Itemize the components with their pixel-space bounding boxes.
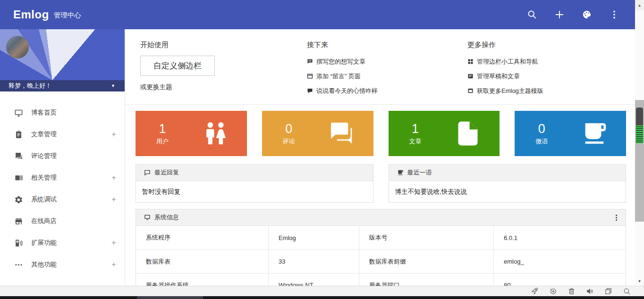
more-actions-column: 更多操作 管理边栏小工具和导航 管理草稿和文章 (467, 41, 635, 104)
emlog-admin-app: Emlog 管理中心 (0, 0, 644, 299)
sidebar-item-label: 系统调试 (31, 195, 111, 204)
rocket-icon[interactable] (531, 287, 539, 295)
post-mood-link[interactable]: 说说看今天的心情咋样 (307, 83, 467, 98)
windows-icon[interactable] (604, 287, 612, 295)
search-icon[interactable] (623, 287, 631, 295)
table-cell: 服务器操作系统 (136, 274, 268, 286)
panel-title: 系统信息 (154, 213, 614, 222)
link-label: 说说看今天的心情咋样 (316, 87, 378, 95)
chat-icon (307, 88, 313, 94)
sidebar-item-extensions[interactable]: 扩展功能 + (0, 232, 125, 254)
palette-icon[interactable] (581, 9, 593, 20)
table-cell: 服务器端口 (359, 274, 493, 286)
write-article-link[interactable]: 撰写您的想写文章 (307, 54, 467, 69)
change-theme-link[interactable]: 或更换主题 (140, 83, 307, 91)
greeting-bar[interactable]: 释梦，晚上好！ ▼ (0, 80, 125, 91)
table-cell: Emlog (268, 226, 359, 249)
table-row: 数据库表 33 数据库表前缀 emlog_ (136, 249, 626, 273)
sidebar-item-related[interactable]: 相关管理 + (0, 167, 125, 189)
manage-widgets-link[interactable]: 管理边栏小工具和导航 (467, 54, 635, 69)
table-cell: 数据库表 (136, 250, 268, 273)
recent-replies-header: 最近回复 (136, 165, 373, 181)
scrollbar-down-arrow-icon[interactable]: ▼ (635, 276, 644, 286)
stat-label: 微语 (535, 137, 548, 146)
desktop-icon (14, 108, 23, 117)
add-guestbook-page-link[interactable]: 添加 “留言” 页面 (307, 69, 467, 83)
top-bar: Emlog 管理中心 (0, 0, 635, 29)
recent-replies-panel: 最近回复 暂时没有回复 (136, 164, 373, 203)
topbar-actions (526, 9, 620, 20)
expand-plus-icon[interactable]: + (111, 173, 116, 183)
stat-value: 0 (538, 122, 545, 136)
avatar[interactable] (6, 36, 29, 58)
panel-more-icon[interactable] (614, 213, 619, 223)
more-icon[interactable] (609, 9, 620, 20)
table-cell: 版本号 (359, 226, 493, 249)
sidebar-item-blog-home[interactable]: 博客首页 (0, 102, 125, 124)
link-label: 获取更多Emlog主题模版 (477, 87, 543, 95)
get-themes-link[interactable]: 获取更多Emlog主题模版 (467, 83, 635, 98)
sidebar-item-label: 评论管理 (31, 152, 116, 160)
stat-card-articles[interactable]: 1 文章 (389, 111, 500, 156)
recent-replies-body: 暂时没有回复 (136, 181, 373, 202)
theme-icon (467, 88, 474, 94)
stat-card-users[interactable]: 1 用户 (136, 111, 247, 156)
welcome-section: 开始使用 自定义侧边栏 或更换主题 接下来 撰写您的想写文章 添加 “留言” 页 (126, 29, 635, 105)
stat-cards: 1 用户 0 评论 (136, 111, 626, 156)
expand-plus-icon[interactable]: + (111, 130, 116, 139)
taskbar[interactable] (0, 296, 644, 299)
sidebar-item-store[interactable]: 在线商店 (0, 210, 125, 232)
next-steps-list: 撰写您的想写文章 添加 “留言” 页面 说说看今天的心情咋样 (307, 54, 467, 98)
article-icon (467, 73, 474, 79)
browser-bottom-bar (0, 286, 644, 296)
manage-drafts-link[interactable]: 管理草稿和文章 (467, 69, 635, 83)
sidebar-menu: 博客首页 文章管理 + 评论管理 (0, 91, 125, 275)
table-cell: emlog_ (493, 250, 626, 273)
system-info-panel: 系统信息 系统程序 Emlog 版本号 6.0.1 数据库表 33 数据库表前缀… (136, 209, 626, 286)
panel-title: 最近回复 (154, 168, 366, 177)
plugin-icon (14, 239, 23, 248)
stat-card-comments[interactable]: 0 评论 (262, 111, 373, 156)
table-row: 系统程序 Emlog 版本号 6.0.1 (136, 226, 626, 249)
link-label: 添加 “留言” 页面 (316, 72, 361, 81)
sidebar-item-debug[interactable]: 系统调试 + (0, 189, 125, 210)
expand-plus-icon[interactable]: + (111, 238, 116, 248)
expand-plus-icon[interactable]: + (111, 260, 116, 269)
scrollbar-up-arrow-icon[interactable]: ▲ (635, 0, 644, 10)
greeting-text: 释梦，晚上好！ (8, 82, 111, 90)
sidebar-item-comments[interactable]: 评论管理 (0, 145, 125, 167)
search-icon[interactable] (526, 9, 538, 20)
emlog-logo[interactable]: Emlog (13, 8, 49, 21)
sidebar-item-label: 文章管理 (31, 130, 111, 139)
link-label: 撰写您的想写文章 (316, 58, 365, 66)
chevron-down-icon[interactable]: ▼ (111, 83, 115, 88)
recent-mood-body: 博主不知要说啥,快去说说 (389, 181, 626, 202)
trash-icon[interactable] (568, 287, 576, 295)
getting-started-title: 开始使用 (140, 41, 307, 50)
getting-started-column: 开始使用 自定义侧边栏 或更换主题 (140, 41, 307, 104)
speed-icon[interactable] (549, 287, 557, 295)
next-steps-column: 接下来 撰写您的想写文章 添加 “留言” 页面 (307, 41, 467, 104)
stat-label: 文章 (409, 137, 422, 146)
stat-value: 1 (159, 122, 166, 136)
sidebar-item-label: 相关管理 (31, 174, 111, 182)
page-scrollbar[interactable]: ▲ ▼ (635, 0, 644, 286)
table-cell: 系统程序 (136, 226, 268, 249)
stat-label: 评论 (283, 137, 295, 146)
ellipsis-icon (14, 260, 23, 269)
expand-plus-icon[interactable]: + (111, 195, 116, 204)
taskbar-segment[interactable] (137, 296, 203, 299)
sidebar-item-other[interactable]: 其他功能 + (0, 254, 125, 275)
add-icon[interactable] (554, 9, 565, 20)
volume-icon[interactable] (586, 287, 594, 295)
sidebar-item-label: 其他功能 (31, 260, 111, 269)
stat-card-micro[interactable]: 0 微语 (515, 111, 626, 156)
people-icon (202, 120, 229, 147)
comment-icon (307, 58, 313, 65)
scrollbar-track[interactable] (635, 100, 644, 222)
scrollbar-thumb[interactable] (636, 108, 643, 143)
sidebar-item-articles[interactable]: 文章管理 + (0, 124, 125, 145)
system-info-header: 系统信息 (136, 209, 626, 226)
customize-sidebar-button[interactable]: 自定义侧边栏 (140, 56, 215, 76)
table-cell: 6.0.1 (493, 226, 626, 249)
